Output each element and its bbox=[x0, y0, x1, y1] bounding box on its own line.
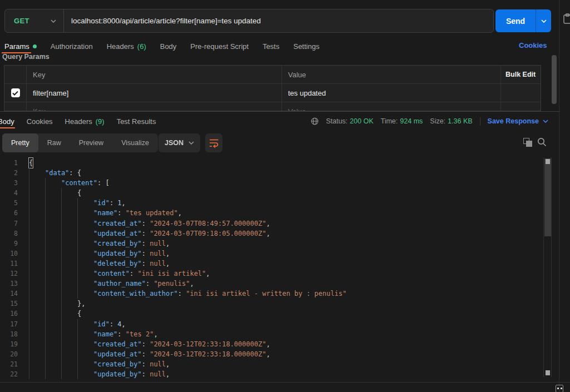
indent-guide bbox=[77, 269, 93, 279]
tab-pre-request-script[interactable]: Pre-request Script bbox=[190, 42, 249, 51]
code-token: null bbox=[150, 259, 166, 269]
indent-guide bbox=[45, 188, 61, 198]
code-token: "updated_by" bbox=[93, 369, 142, 379]
search-response-button[interactable] bbox=[537, 137, 547, 147]
tab-authorization[interactable]: Authorization bbox=[51, 42, 93, 51]
code-token: , bbox=[266, 349, 270, 359]
response-tab-body[interactable]: Body bbox=[0, 117, 14, 126]
format-dropdown[interactable]: JSON bbox=[158, 133, 200, 152]
indent-guide bbox=[61, 198, 77, 208]
code-token: null bbox=[150, 249, 166, 259]
copy-response-button[interactable] bbox=[523, 138, 533, 147]
code-token: , bbox=[166, 259, 170, 269]
tab-headers[interactable]: Headers (6) bbox=[107, 42, 146, 51]
url-bar: GET localhost:8000/api/article/article?f… bbox=[4, 9, 494, 33]
code-token: "content_with_author" bbox=[93, 289, 178, 299]
status-indicator: Status: 200 OK bbox=[326, 117, 373, 125]
indent-guide bbox=[29, 299, 45, 309]
tab-body[interactable]: Body bbox=[160, 42, 177, 51]
response-tab-test-results-label: Test Results bbox=[117, 117, 156, 126]
code-line: 18"name": "tes 2", bbox=[0, 329, 543, 339]
line-number: 21 bbox=[0, 359, 18, 369]
code-line: 2"data": { bbox=[0, 168, 543, 178]
code-token: "created_at" bbox=[93, 219, 142, 229]
tab-params-label: Params bbox=[4, 42, 29, 51]
response-tab-test-results[interactable]: Test Results bbox=[117, 117, 156, 126]
save-response-button[interactable]: Save Response bbox=[488, 117, 548, 125]
param-value-input[interactable]: tes updated bbox=[282, 84, 501, 102]
code-token: : bbox=[110, 198, 117, 208]
line-number: 3 bbox=[0, 178, 18, 188]
code-token: "updated_at" bbox=[93, 349, 142, 359]
code-token: "deleted_by" bbox=[93, 259, 142, 269]
select-all-column bbox=[4, 66, 27, 84]
indent-guide bbox=[45, 198, 61, 208]
active-response-tab-indicator bbox=[0, 127, 15, 128]
console-button[interactable] bbox=[556, 385, 563, 392]
bulk-edit-button[interactable]: Bulk Edit bbox=[501, 66, 541, 84]
cookies-link[interactable]: Cookies bbox=[519, 41, 547, 49]
code-token: , bbox=[166, 359, 170, 369]
indent-guide bbox=[45, 339, 61, 349]
code-line: 5"id": 1, bbox=[0, 198, 543, 208]
indent-guide bbox=[45, 249, 61, 259]
view-tab-visualize[interactable]: Visualize bbox=[112, 133, 158, 152]
indent-guide bbox=[77, 198, 93, 208]
response-tab-cookies[interactable]: Cookies bbox=[27, 117, 53, 126]
param-row-checkbox-cell bbox=[4, 84, 27, 102]
method-selector[interactable]: GET bbox=[5, 9, 64, 32]
code-token: : bbox=[142, 219, 150, 229]
url-input[interactable]: localhost:8000/api/article/article?filte… bbox=[64, 17, 261, 25]
indent-guide bbox=[77, 279, 93, 289]
code-token: "penulis" bbox=[153, 279, 190, 289]
indent-guide bbox=[77, 208, 93, 218]
code-token: : bbox=[142, 249, 150, 259]
indent-guide bbox=[61, 269, 77, 279]
param-checkbox[interactable] bbox=[11, 88, 20, 97]
documentation-icon[interactable] bbox=[563, 13, 570, 24]
indent-guide bbox=[45, 349, 61, 359]
code-token: "2024-03-07T09:18:05.000000Z" bbox=[150, 229, 266, 239]
view-tab-pretty[interactable]: Pretty bbox=[2, 133, 38, 152]
code-token: , bbox=[206, 269, 210, 279]
code-token: : bbox=[146, 279, 153, 289]
indent-guide bbox=[45, 359, 61, 369]
tab-tests[interactable]: Tests bbox=[262, 42, 279, 51]
wrap-lines-button[interactable] bbox=[205, 133, 222, 152]
indent-guide bbox=[29, 178, 45, 188]
tab-params[interactable]: Params bbox=[4, 42, 37, 51]
response-body-editor[interactable]: 1{2"data": {3"content": [4{5"id": 1,6"na… bbox=[0, 157, 543, 381]
indent-guide bbox=[61, 369, 77, 379]
response-tabs: Body Cookies Headers (9) Test Results bbox=[0, 115, 156, 128]
chevron-down-icon bbox=[543, 120, 548, 123]
send-options-button[interactable] bbox=[536, 9, 551, 32]
view-tab-preview[interactable]: Preview bbox=[70, 133, 112, 152]
send-button[interactable]: Send bbox=[495, 9, 551, 32]
tab-settings[interactable]: Settings bbox=[293, 42, 319, 51]
new-param-value-input[interactable]: Value bbox=[282, 102, 501, 111]
indent-guide bbox=[45, 279, 61, 289]
code-token: "updated_by" bbox=[93, 249, 142, 259]
view-tab-raw[interactable]: Raw bbox=[38, 133, 70, 152]
tab-pre-request-script-label: Pre-request Script bbox=[190, 42, 249, 51]
indent-guide bbox=[77, 369, 93, 379]
line-number: 14 bbox=[0, 289, 18, 299]
param-key-input[interactable]: filter[name] bbox=[27, 84, 282, 102]
time-label: Time: bbox=[381, 117, 398, 125]
code-token: "tes updated" bbox=[126, 208, 178, 218]
section-divider bbox=[0, 111, 560, 112]
send-button-label[interactable]: Send bbox=[495, 9, 536, 32]
line-number: 22 bbox=[0, 369, 18, 379]
editor-scrollbar bbox=[543, 157, 552, 377]
code-token: , bbox=[178, 208, 182, 218]
editor-scrollbar-thumb[interactable] bbox=[544, 158, 551, 236]
response-tab-cookies-label: Cookies bbox=[27, 117, 53, 126]
line-number: 20 bbox=[0, 349, 18, 359]
code-token: "name" bbox=[93, 208, 117, 218]
code-line: 10"updated_by": null, bbox=[0, 249, 543, 259]
indent-guide bbox=[29, 289, 45, 299]
response-tab-headers[interactable]: Headers (9) bbox=[65, 117, 105, 126]
new-param-key-input[interactable]: Key bbox=[27, 102, 282, 111]
indent-guide bbox=[29, 229, 45, 239]
request-panel-scrollbar[interactable] bbox=[552, 55, 557, 104]
